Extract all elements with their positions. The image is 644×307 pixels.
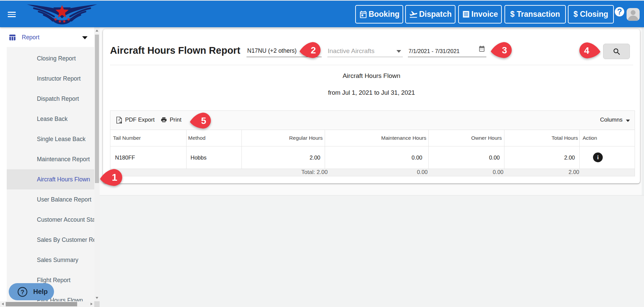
svg-text:1: 1 bbox=[112, 172, 117, 183]
svg-text:4: 4 bbox=[584, 45, 589, 56]
svg-text:5: 5 bbox=[201, 116, 206, 126]
svg-text:2: 2 bbox=[311, 45, 316, 55]
svg-text:?: ? bbox=[21, 289, 24, 295]
svg-text:3: 3 bbox=[502, 45, 507, 55]
